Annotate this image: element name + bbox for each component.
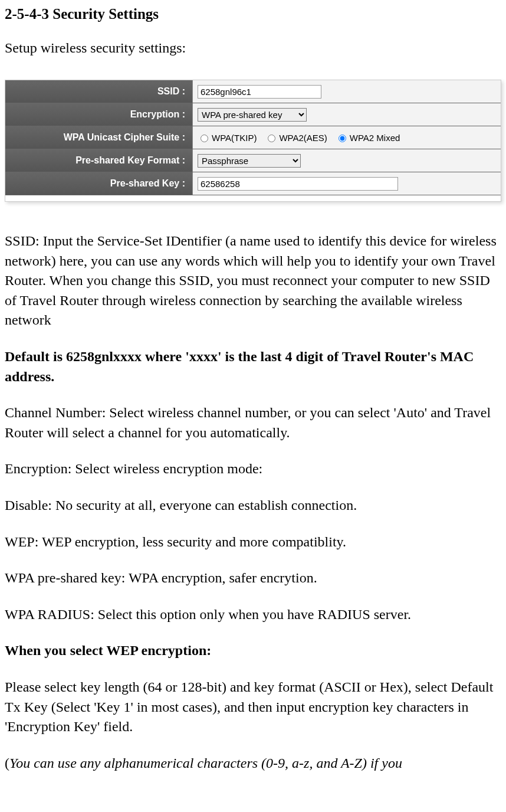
row-preshared-key: Pre-shared Key : [5, 172, 501, 195]
cipher-opt-mixed[interactable]: WPA2 Mixed [336, 133, 400, 143]
note-prefix: ( [5, 755, 9, 771]
channel-description: Channel Number: Select wireless channel … [5, 403, 501, 443]
ssid-description: SSID: Input the Service-Set IDentifier (… [5, 231, 501, 330]
body-text: SSID: Input the Service-Set IDentifier (… [5, 231, 501, 773]
wep-heading: When you select WEP encryption: [5, 641, 501, 661]
radio-aes[interactable] [268, 135, 275, 142]
row-encryption: Encryption : WPA pre-shared key [5, 103, 501, 126]
note-italic: You can use any alphanumerical character… [9, 755, 402, 771]
encryption-intro: Encryption: Select wireless encryption m… [5, 459, 501, 479]
cipher-radio-group: WPA(TKIP) WPA2(AES) WPA2 Mixed [198, 133, 400, 143]
cipher-opt-aes[interactable]: WPA2(AES) [265, 133, 327, 143]
label-key-format: Pre-shared Key Format : [5, 149, 193, 172]
cipher-opt-tkip[interactable]: WPA(TKIP) [198, 133, 257, 143]
input-ssid[interactable] [198, 85, 321, 99]
radio-label-aes: WPA2(AES) [279, 133, 327, 143]
radio-label-tkip: WPA(TKIP) [212, 133, 257, 143]
radio-mixed[interactable] [339, 135, 346, 142]
row-cipher-suite: WPA Unicast Cipher Suite : WPA(TKIP) WPA… [5, 126, 501, 149]
label-preshared-key: Pre-shared Key : [5, 172, 193, 195]
ssid-default-note: Default is 6258gnlxxxx where 'xxxx' is t… [5, 347, 501, 387]
enc-wpa: WPA pre-shared key: WPA encryption, safe… [5, 568, 501, 588]
radio-tkip[interactable] [201, 135, 208, 142]
radio-label-mixed: WPA2 Mixed [350, 133, 400, 143]
security-settings-panel: SSID : Encryption : WPA pre-shared key W… [5, 80, 501, 202]
section-heading: 2-5-4-3 Security Settings [5, 6, 501, 22]
intro-text: Setup wireless security settings: [5, 40, 501, 56]
row-key-format: Pre-shared Key Format : Passphrase [5, 149, 501, 172]
input-preshared-key[interactable] [198, 177, 398, 191]
enc-disable: Disable: No security at all, everyone ca… [5, 496, 501, 516]
select-encryption[interactable]: WPA pre-shared key [198, 108, 307, 122]
label-encryption: Encryption : [5, 103, 193, 126]
label-ssid: SSID : [5, 80, 193, 103]
wep-description: Please select key length (64 or 128-bit)… [5, 677, 501, 737]
enc-wep: WEP: WEP encryption, less security and m… [5, 532, 501, 552]
select-key-format[interactable]: Passphrase [198, 154, 301, 168]
row-ssid: SSID : [5, 80, 501, 103]
enc-radius: WPA RADIUS: Select this option only when… [5, 605, 501, 625]
note-line: (You can use any alphanumerical characte… [5, 754, 501, 774]
label-cipher-suite: WPA Unicast Cipher Suite : [5, 126, 193, 149]
